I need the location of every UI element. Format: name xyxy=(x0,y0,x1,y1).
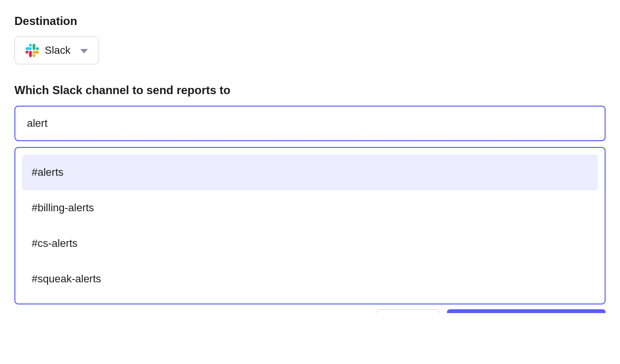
channel-option[interactable]: #alerts xyxy=(22,155,598,190)
channel-option[interactable]: #billing-alerts xyxy=(22,190,598,226)
channel-search-input[interactable] xyxy=(14,106,606,141)
channel-option[interactable]: #squeak-alerts xyxy=(22,261,598,297)
primary-button[interactable] xyxy=(447,309,606,313)
channel-option[interactable]: #cs-alerts xyxy=(22,226,598,261)
channel-search-wrapper xyxy=(14,106,606,141)
slack-icon xyxy=(25,44,39,57)
destination-selector[interactable]: Slack xyxy=(14,36,99,64)
destination-section-label: Destination xyxy=(14,14,606,28)
chevron-down-icon xyxy=(80,49,88,53)
secondary-button[interactable] xyxy=(377,309,439,313)
destination-form: Destination Slack Which Slack channel to… xyxy=(14,14,606,313)
footer-buttons xyxy=(14,309,606,313)
destination-selected-label: Slack xyxy=(45,44,71,57)
channel-dropdown-panel: #alerts#billing-alerts#cs-alerts#squeak-… xyxy=(14,147,606,304)
channel-field-label: Which Slack channel to send reports to xyxy=(14,84,606,97)
